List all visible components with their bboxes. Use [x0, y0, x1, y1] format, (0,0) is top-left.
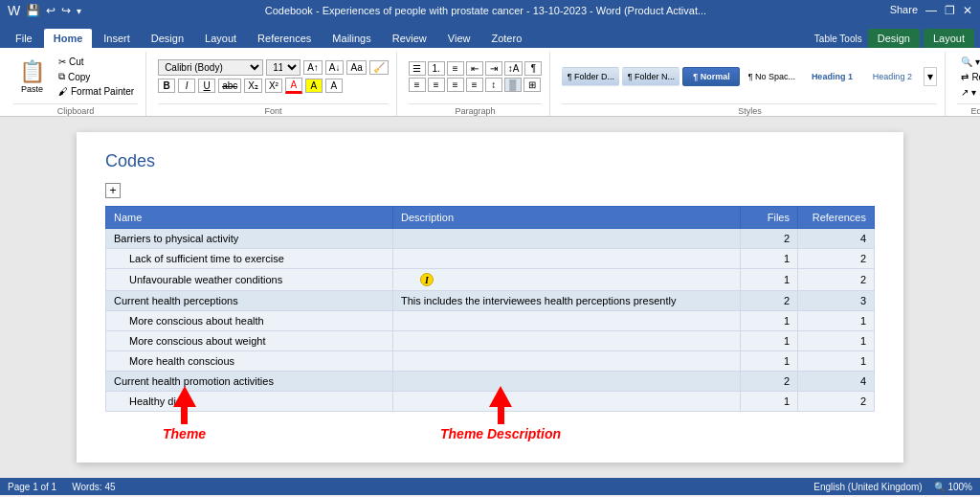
tab-file[interactable]: File	[6, 29, 42, 48]
language-status[interactable]: English (United Kingdom)	[813, 482, 922, 492]
add-row-button[interactable]: +	[105, 183, 121, 198]
paste-button[interactable]: 📋 Paste	[13, 57, 51, 96]
format-painter-label: Format Painter	[71, 86, 134, 97]
font-style-row: B I U abc X₂ X² A A A	[158, 78, 389, 94]
tab-tt-design[interactable]: Design	[868, 29, 920, 48]
row-name[interactable]: Healthy diet	[106, 392, 393, 412]
subscript-button[interactable]: X₂	[244, 79, 262, 93]
tab-insert[interactable]: Insert	[94, 29, 140, 48]
row-description[interactable]	[393, 249, 741, 269]
format-painter-button[interactable]: 🖌 Format Painter	[55, 85, 138, 98]
tab-mailings[interactable]: Mailings	[323, 29, 380, 48]
row-name[interactable]: Current health perceptions	[106, 291, 393, 311]
numbering-button[interactable]: 1.	[428, 61, 445, 76]
restore-button[interactable]: ❐	[945, 4, 955, 17]
shading-button[interactable]: ▒	[504, 78, 522, 92]
row-name[interactable]: Barriers to physical activity	[106, 229, 393, 249]
styles-more-button[interactable]: ▾	[924, 67, 937, 86]
tab-zotero[interactable]: Zotero	[481, 29, 531, 48]
share-button[interactable]: Share	[890, 4, 918, 17]
clear-formatting-button[interactable]: 🧹	[369, 60, 389, 75]
multilevel-list-button[interactable]: ≡	[447, 61, 464, 76]
theme-description-label: Theme Description	[440, 426, 561, 441]
row-description[interactable]	[393, 331, 741, 351]
find-button[interactable]: 🔍 ▾ Find	[957, 56, 980, 68]
select-icon: ↗	[961, 87, 969, 98]
align-left-button[interactable]: ≡	[409, 78, 426, 92]
change-case-button[interactable]: Aa	[346, 60, 366, 75]
zoom-control[interactable]: 🔍 100%	[934, 482, 972, 492]
replace-button[interactable]: ⇄ Replace	[957, 71, 980, 83]
bullets-button[interactable]: ☰	[409, 61, 426, 76]
underline-button[interactable]: U	[198, 79, 215, 93]
row-description[interactable]	[393, 351, 741, 372]
row-name[interactable]: Lack of sufficient time to exercise	[106, 249, 393, 269]
align-right-button[interactable]: ≡	[447, 78, 464, 92]
line-spacing-button[interactable]: ↕	[485, 78, 502, 92]
style-folder-d-button[interactable]: ¶ Folder D...	[562, 67, 619, 86]
style-folder-n-button[interactable]: ¶ Folder N...	[622, 67, 679, 86]
bold-button[interactable]: B	[158, 79, 175, 93]
style-normal-button[interactable]: ¶ Normal	[682, 67, 740, 86]
sort-button[interactable]: ↕A	[504, 61, 523, 76]
replace-label: Replace	[971, 72, 980, 82]
superscript-button[interactable]: X²	[265, 79, 282, 93]
row-description[interactable]	[393, 229, 741, 249]
tab-review[interactable]: Review	[383, 29, 436, 48]
row-description[interactable]: This includes the interviewees health pe…	[393, 291, 741, 311]
decrease-indent-button[interactable]: ⇤	[466, 61, 483, 76]
font-color-button[interactable]: A	[325, 79, 343, 93]
table-row: More conscious about health 1 1	[106, 311, 875, 331]
table-row: Unfavourable weather conditions I 1 2	[106, 269, 875, 291]
row-files: 1	[741, 351, 798, 372]
paste-label: Paste	[21, 84, 43, 94]
highlight-button[interactable]: A	[305, 79, 323, 93]
font-shrink-button[interactable]: A↓	[325, 60, 345, 75]
tab-home[interactable]: Home	[44, 29, 93, 48]
style-no-spacing-button[interactable]: ¶ No Spac...	[743, 67, 800, 86]
tab-tt-layout[interactable]: Layout	[924, 29, 974, 48]
replace-icon: ⇄	[961, 72, 969, 82]
font-size-select[interactable]: 11	[266, 59, 301, 76]
quick-access-redo[interactable]: ↪	[61, 4, 71, 17]
quick-access-save[interactable]: 💾	[26, 4, 40, 17]
font-grow-button[interactable]: A↑	[303, 60, 323, 75]
show-hide-button[interactable]: ¶	[524, 61, 542, 76]
style-heading2-button[interactable]: Heading 2	[863, 67, 921, 86]
row-description[interactable]: I	[393, 269, 741, 291]
row-name[interactable]: Unfavourable weather conditions	[106, 269, 393, 291]
align-center-button[interactable]: ≡	[428, 78, 445, 92]
font-name-select[interactable]: Calibri (Body)	[158, 59, 263, 76]
copy-button[interactable]: ⧉ Copy	[55, 70, 138, 83]
row-description[interactable]	[393, 311, 741, 331]
row-description[interactable]	[393, 392, 741, 412]
select-button[interactable]: ↗ ▾ Select	[957, 86, 980, 99]
col-header-name: Name	[106, 207, 393, 229]
text-color-button[interactable]: A	[285, 78, 302, 94]
borders-button[interactable]: ⊞	[523, 78, 541, 92]
row-description[interactable]	[393, 372, 741, 392]
tab-layout[interactable]: Layout	[195, 29, 246, 48]
tab-design[interactable]: Design	[142, 29, 193, 48]
row-name[interactable]: More health conscious	[106, 351, 393, 372]
font-group: Calibri (Body) 11 A↑ A↓ Aa 🧹 B I U abc X…	[150, 52, 397, 116]
strikethrough-button[interactable]: abc	[218, 79, 241, 93]
justify-button[interactable]: ≡	[466, 78, 483, 92]
tab-references[interactable]: References	[248, 29, 321, 48]
style-heading1-button[interactable]: Heading 1	[803, 67, 860, 86]
increase-indent-button[interactable]: ⇥	[485, 61, 502, 76]
minimize-button[interactable]: —	[925, 4, 937, 17]
page-info: Page 1 of 1	[8, 482, 56, 492]
table-row: More conscious about weight 1 1	[106, 331, 875, 351]
close-button[interactable]: ✕	[963, 4, 972, 17]
italic-button[interactable]: I	[178, 79, 195, 93]
col-header-files: Files	[741, 207, 798, 229]
row-name[interactable]: More conscious about health	[106, 311, 393, 331]
tab-view[interactable]: View	[438, 29, 480, 48]
row-name[interactable]: More conscious about weight	[106, 331, 393, 351]
row-files: 2	[741, 291, 798, 311]
row-name[interactable]: Current health promotion activities	[106, 372, 393, 392]
title-bar-controls: Share — ❐ ✕	[890, 4, 972, 17]
quick-access-undo[interactable]: ↩	[46, 4, 56, 17]
cut-button[interactable]: ✂ Cut	[55, 56, 138, 68]
